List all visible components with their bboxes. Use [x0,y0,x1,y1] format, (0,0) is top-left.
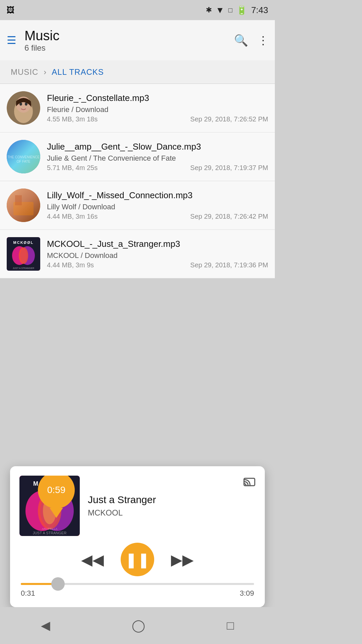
svg-text:OF FATE: OF FATE [17,160,31,163]
album-art-mckool: MCKØØL JUST A STRANGER [7,237,40,271]
progress-area: 0:31 3:09 [19,583,255,598]
now-playing-info: Just a Stranger MCKOOL [88,494,235,518]
list-item[interactable]: Fleurie_-_Constellate.mp3 Fleurie / Down… [0,84,275,132]
app-title-area: Music 6 files [24,28,226,53]
status-bar-left: 🖼 [7,5,15,15]
track-thumbnail [7,91,40,125]
time-bubble-tail [50,508,63,518]
home-button[interactable]: ◯ [132,619,145,633]
breadcrumb: MUSIC › ALL TRACKS [0,60,275,84]
breadcrumb-arrow: › [44,67,46,77]
previous-button[interactable]: ◀◀ [81,551,104,568]
track-size: 4.55 MB, 3m 18s [47,115,98,123]
track-size: 4.44 MB, 3m 9s [47,261,94,269]
track-meta: 4.44 MB, 3m 9s Sep 29, 2018, 7:19:36 PM [47,261,268,269]
status-bar: 🖼 ✱ ▼ □ 🔋 7:43 [0,0,275,20]
now-playing-track-name: Just a Stranger [88,494,235,505]
track-list: Fleurie_-_Constellate.mp3 Fleurie / Down… [0,84,275,278]
album-art-julie: THE CONVENIENCE OF FATE [7,140,40,173]
track-name: Fleurie_-_Constellate.mp3 [47,93,268,103]
bluetooth-icon: ✱ [206,6,212,14]
pause-icon: ❚❚ [125,551,150,568]
track-meta: 5.71 MB, 4m 25s Sep 29, 2018, 7:19:37 PM [47,164,268,172]
track-artist: Lilly Wolf / Download [47,203,268,211]
progress-bar[interactable] [21,583,254,585]
progress-thumb[interactable] [51,577,65,591]
svg-text:MCKØØL: MCKØØL [13,240,34,245]
album-art-lilly [7,189,40,222]
breadcrumb-parent[interactable]: MUSIC [11,67,38,77]
playback-controls: ◀◀ ❚❚ ▶▶ [19,543,255,576]
app-title: Music [24,28,226,43]
svg-text:THE CONVENIENCE: THE CONVENIENCE [7,155,40,159]
track-thumbnail: THE CONVENIENCE OF FATE [7,140,40,173]
track-artist: MCKOOL / Download [47,251,268,260]
next-button[interactable]: ▶▶ [171,551,194,568]
track-size: 5.71 MB, 4m 25s [47,164,98,172]
time-bubble-display: 0:59 [38,476,75,508]
wifi-icon: ▼ [216,5,225,15]
now-playing-panel: MCKØØL JUST A STRANGER ARABELLA 0:59 Jus… [10,466,265,607]
track-date: Sep 29, 2018, 7:19:37 PM [190,164,268,172]
pause-button[interactable]: ❚❚ [121,543,154,576]
search-icon[interactable]: 🔍 [234,34,248,47]
recent-apps-button[interactable]: □ [227,619,234,633]
menu-icon[interactable]: ☰ [7,34,16,47]
photo-icon: 🖼 [7,5,15,15]
now-playing-art: MCKØØL JUST A STRANGER ARABELLA 0:59 [19,476,80,536]
track-date: Sep 29, 2018, 7:19:36 PM [190,261,268,269]
track-date: Sep 29, 2018, 7:26:42 PM [190,213,268,220]
track-name: MCKOOL_-_Just_a_Stranger.mp3 [47,239,268,249]
track-name: Julie__amp__Gent_-_Slow_Dance.mp3 [47,142,268,152]
track-info: Fleurie_-_Constellate.mp3 Fleurie / Down… [47,93,268,123]
track-meta: 4.55 MB, 3m 18s Sep 29, 2018, 7:26:52 PM [47,115,268,123]
total-time: 3:09 [240,589,254,598]
battery-icon: 🔋 [236,5,247,15]
track-meta: 4.44 MB, 3m 16s Sep 29, 2018, 7:26:42 PM [47,213,268,220]
app-bar-actions: 🔍 ⋮ [234,34,268,47]
svg-text:JUST A STRANGER: JUST A STRANGER [13,267,34,269]
list-item[interactable]: MCKØØL JUST A STRANGER MCKOOL_-_Just_a_S… [0,230,275,278]
track-info: Lilly_Wolf_-_Missed_Connection.mp3 Lilly… [47,190,268,220]
track-size: 4.44 MB, 3m 16s [47,213,98,220]
track-thumbnail: MCKØØL JUST A STRANGER [7,237,40,271]
more-options-icon[interactable]: ⋮ [257,34,268,47]
current-time: 0:31 [21,589,35,598]
time-bubble: 0:59 [36,476,76,519]
sim-icon: □ [228,6,232,14]
track-name: Lilly_Wolf_-_Missed_Connection.mp3 [47,190,268,201]
svg-text:JUST A STRANGER: JUST A STRANGER [33,531,67,535]
album-art-fleurie [7,91,40,125]
status-bar-right: ✱ ▼ □ 🔋 7:43 [206,5,268,15]
nav-bar: ◀ ◯ □ [0,607,275,644]
time-display: 7:43 [251,5,268,15]
app-subtitle: 6 files [24,43,226,53]
svg-rect-12 [15,195,22,205]
app-bar: ☰ Music 6 files 🔍 ⋮ [0,20,275,60]
track-date: Sep 29, 2018, 7:26:52 PM [190,115,268,123]
svg-point-16 [19,247,28,264]
now-playing-artist: MCKOOL [88,508,235,518]
svg-text:ARABELLA: ARABELLA [42,527,58,531]
now-playing-header: MCKØØL JUST A STRANGER ARABELLA 0:59 Jus… [19,476,255,536]
track-info: MCKOOL_-_Just_a_Stranger.mp3 MCKOOL / Do… [47,239,268,269]
list-item[interactable]: THE CONVENIENCE OF FATE Julie__amp__Gent… [0,132,275,181]
breadcrumb-current[interactable]: ALL TRACKS [52,67,104,77]
track-thumbnail [7,189,40,222]
track-info: Julie__amp__Gent_-_Slow_Dance.mp3 Julie … [47,142,268,172]
list-item[interactable]: Lilly_Wolf_-_Missed_Connection.mp3 Lilly… [0,181,275,230]
back-button[interactable]: ◀ [41,619,50,633]
cast-icon[interactable] [243,476,255,491]
track-artist: Julie & Gent / The Convenience of Fate [47,154,268,163]
track-artist: Fleurie / Download [47,105,268,114]
